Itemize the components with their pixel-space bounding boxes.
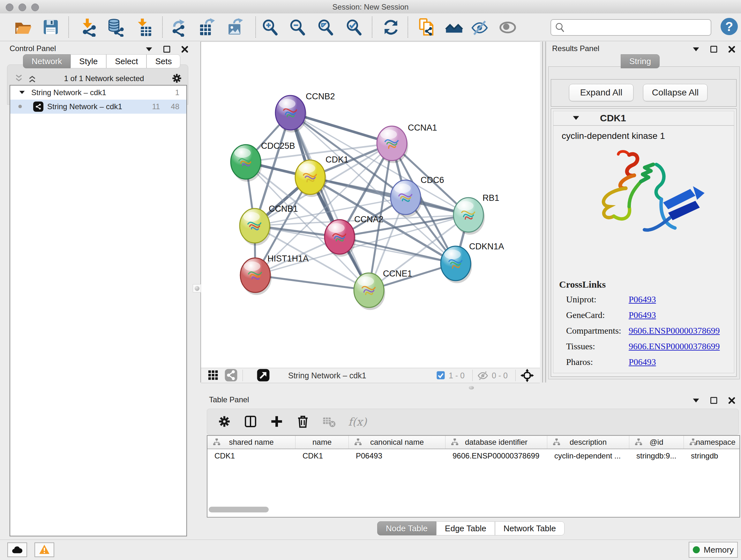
- network-node-cdkn1a[interactable]: [441, 246, 472, 283]
- tab-edge-table[interactable]: Edge Table: [436, 521, 495, 536]
- pan-crosshair-icon[interactable]: [520, 368, 534, 382]
- network-node-hist1h1a[interactable]: [240, 258, 272, 295]
- crosslink-link[interactable]: P06493: [629, 294, 656, 305]
- selected-count-checkbox-icon[interactable]: [436, 371, 446, 380]
- import-network-file-button[interactable]: [78, 17, 98, 37]
- tab-style[interactable]: Style: [71, 54, 106, 68]
- hidden-count-eye-icon[interactable]: [477, 370, 488, 381]
- table-panel-float-icon[interactable]: [709, 396, 719, 406]
- export-image-button[interactable]: [225, 17, 245, 37]
- table-cell[interactable]: stringdb: [684, 451, 740, 460]
- table-horizontal-scrollbar[interactable]: [209, 507, 269, 512]
- refresh-layout-button[interactable]: [381, 17, 401, 37]
- cloud-button[interactable]: [7, 543, 27, 557]
- cdk1-expander-icon[interactable]: [571, 113, 581, 123]
- column-header--id[interactable]: @id: [629, 436, 684, 449]
- network-node-cdc25b[interactable]: [231, 145, 262, 182]
- expand-collapse-bar: Expand All Collapse All: [551, 79, 737, 107]
- column-header-database-identifier[interactable]: database identifier: [446, 436, 547, 449]
- table-cell[interactable]: P06493: [349, 451, 446, 460]
- tab-sets[interactable]: Sets: [146, 54, 180, 68]
- network-node-cdk1[interactable]: [295, 160, 327, 197]
- horizontal-splitter-handle[interactable]: [469, 386, 474, 389]
- expand-all-networks-icon[interactable]: [27, 74, 37, 83]
- table-cell[interactable]: stringdb:9...: [629, 451, 684, 460]
- warnings-button[interactable]: [35, 543, 54, 557]
- show-columns-icon[interactable]: [244, 415, 258, 429]
- search-input[interactable]: [568, 21, 706, 33]
- table-row[interactable]: CDK1CDK1P064939606.ENSP00000378699cyclin…: [207, 449, 739, 462]
- export-table-button[interactable]: [197, 17, 217, 37]
- birds-eye-view-icon[interactable]: [256, 368, 270, 382]
- show-grid-icon[interactable]: [207, 370, 219, 381]
- import-table-button[interactable]: [135, 17, 154, 37]
- home-layout-button[interactable]: [444, 17, 464, 37]
- add-column-icon[interactable]: [270, 415, 284, 429]
- left-splitter-handle[interactable]: [193, 284, 201, 293]
- crosslink-link[interactable]: 9606.ENSP00000378699: [629, 341, 720, 352]
- save-session-button[interactable]: [41, 17, 61, 37]
- zoom-in-button[interactable]: [260, 17, 280, 37]
- tab-select[interactable]: Select: [106, 54, 146, 68]
- results-panel-float-icon[interactable]: [709, 45, 719, 54]
- tab-network[interactable]: Network: [23, 54, 71, 68]
- tab-network-table[interactable]: Network Table: [495, 521, 564, 536]
- network-type-icon[interactable]: [224, 368, 238, 382]
- node-label-cdkn1a: CDKN1A: [469, 242, 504, 251]
- help-button[interactable]: ?: [721, 18, 738, 35]
- show-all-button[interactable]: [498, 17, 518, 37]
- collapse-all-networks-icon[interactable]: [14, 74, 23, 83]
- memory-button[interactable]: Memory: [689, 542, 738, 558]
- zoom-fit-content-button[interactable]: [316, 17, 335, 37]
- network-node-ccna1[interactable]: [377, 126, 408, 163]
- zoom-selected-button[interactable]: [344, 17, 364, 37]
- control-panel-close-icon[interactable]: [180, 45, 190, 54]
- export-network-button[interactable]: [169, 17, 189, 37]
- crosslinks-title: CrossLinks: [559, 279, 720, 290]
- network-row[interactable]: String Network – cdk1 11 48: [10, 100, 186, 114]
- network-node-ccne1[interactable]: [354, 273, 385, 310]
- network-edge[interactable]: [290, 113, 369, 290]
- cdk1-section-header[interactable]: CDK1: [553, 111, 734, 125]
- network-node-ccnb1[interactable]: [240, 208, 271, 246]
- column-header-description[interactable]: description: [547, 436, 629, 449]
- hide-selected-button[interactable]: [470, 17, 489, 37]
- network-node-ccna2[interactable]: [325, 220, 356, 257]
- network-node-ccnb2[interactable]: [275, 96, 307, 132]
- table-panel-close-icon[interactable]: [727, 396, 737, 406]
- table-panel-menu-icon[interactable]: [691, 396, 701, 406]
- network-collection-row[interactable]: String Network – cdk1 1: [10, 85, 186, 100]
- network-node-cdc6[interactable]: [391, 180, 422, 217]
- control-panel-menu-icon[interactable]: [144, 45, 154, 54]
- delete-column-icon[interactable]: [296, 415, 310, 429]
- import-network-database-button[interactable]: [105, 17, 125, 37]
- table-cell[interactable]: CDK1: [295, 451, 349, 460]
- column-header-namespace[interactable]: namespace: [684, 436, 740, 449]
- open-session-button[interactable]: [13, 17, 33, 37]
- table-cell[interactable]: 9606.ENSP00000378699: [446, 451, 547, 460]
- expand-all-button[interactable]: Expand All: [569, 84, 633, 101]
- crosslink-link[interactable]: P06493: [629, 357, 656, 367]
- zoom-out-button[interactable]: [287, 17, 307, 37]
- crosslink-link[interactable]: P06493: [629, 310, 656, 320]
- network-edge[interactable]: [255, 275, 369, 290]
- node-table: shared namenamecanonical namedatabase id…: [207, 435, 740, 517]
- table-settings-gear-icon[interactable]: [217, 415, 231, 429]
- column-header-canonical-name[interactable]: canonical name: [349, 436, 446, 449]
- results-panel-menu-icon[interactable]: [691, 45, 701, 54]
- tab-node-table[interactable]: Node Table: [377, 521, 436, 536]
- tab-string[interactable]: String: [621, 54, 660, 68]
- collapse-all-button[interactable]: Collapse All: [643, 84, 708, 101]
- table-cell[interactable]: CDK1: [207, 451, 295, 460]
- crosslink-link[interactable]: 9606.ENSP00000378699: [629, 326, 720, 336]
- table-cell[interactable]: cyclin-dependent ...: [547, 451, 629, 460]
- results-panel-close-icon[interactable]: [727, 45, 737, 54]
- collection-expander-icon[interactable]: [17, 88, 27, 98]
- network-node-rb1[interactable]: [454, 198, 485, 235]
- column-header-name[interactable]: name: [295, 436, 349, 449]
- copy-style-button[interactable]: [416, 17, 435, 37]
- network-options-gear-icon[interactable]: [171, 73, 183, 84]
- column-header-shared-name[interactable]: shared name: [207, 436, 295, 449]
- control-panel-float-icon[interactable]: [162, 45, 172, 54]
- network-view-canvas[interactable]: CCNB2CCNA1CDC25BCDK1CDC6RB1CCNB1CCNA2CDK…: [201, 42, 540, 368]
